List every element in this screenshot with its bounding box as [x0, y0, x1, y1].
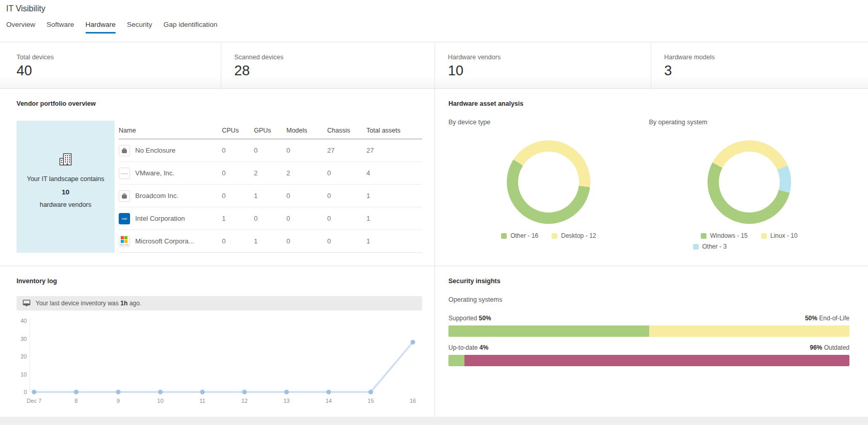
- table-row-broadcom[interactable]: Broadcom Inc. 0 1 0 0 1: [119, 185, 422, 207]
- vmware-logo-icon: vmware: [119, 168, 130, 179]
- generic-vendor-icon: [119, 190, 130, 202]
- cell-models: 0: [286, 192, 327, 200]
- tab-overview[interactable]: Overview: [6, 21, 35, 34]
- cell-chassis: 0: [327, 169, 366, 177]
- os-support-bar-labels: Supported 50% 50% End-of-Life: [448, 315, 849, 322]
- cell-gpus: 2: [254, 169, 286, 177]
- legend-item-windows[interactable]: Windows - 15: [701, 232, 748, 239]
- col-header-chassis: Chassis: [327, 127, 366, 134]
- vendor-name: VMware, Inc.: [135, 169, 174, 177]
- tab-gap-identification[interactable]: Gap identification: [164, 21, 217, 34]
- legend-item-other[interactable]: Other - 16: [501, 232, 538, 239]
- stat-value: 10: [448, 63, 651, 79]
- table-row-vmware[interactable]: vmware VMware, Inc. 0 2 2 0 4: [119, 162, 422, 185]
- bar-right-label: Outdated: [824, 344, 849, 351]
- vendor-name: No Enclosure: [135, 146, 175, 154]
- stat-label: Hardware vendors: [448, 54, 651, 61]
- legend-swatch: [693, 244, 699, 250]
- cell-models: 0: [286, 237, 327, 245]
- security-insights-panel: Security insights Operating systems Supp…: [435, 266, 868, 366]
- os-currency-stacked-bar: [448, 355, 849, 366]
- bar-left-value: 50%: [479, 315, 491, 322]
- cell-total-assets: 1: [366, 237, 422, 245]
- table-row-intel[interactable]: intel Intel Corporation 1 0 0 0 1: [119, 207, 422, 230]
- panel-title: Hardware asset analysis: [448, 100, 849, 107]
- legend-item-desktop[interactable]: Desktop - 12: [552, 232, 596, 239]
- svg-text:0: 0: [24, 389, 27, 395]
- building-icon: [57, 151, 74, 167]
- col-header-models: Models: [286, 127, 327, 134]
- svg-text:Dec 7: Dec 7: [27, 398, 42, 404]
- tab-security[interactable]: Security: [127, 21, 152, 34]
- svg-text:20: 20: [21, 353, 27, 359]
- legend-swatch: [761, 233, 767, 239]
- stat-label: Total devices: [17, 54, 221, 61]
- svg-text:16: 16: [410, 398, 416, 404]
- chart-subtitle: By device type: [448, 119, 649, 126]
- stat-card-hardware-vendors: Hardware vendors 10: [435, 42, 651, 88]
- cell-models: 0: [286, 146, 327, 154]
- legend-item-linux[interactable]: Linux - 10: [761, 232, 798, 239]
- bar-left-label: Supported: [448, 315, 477, 322]
- stats-row: Total devices 40 Scanned devices 28 Hard…: [0, 42, 868, 89]
- cell-cpus: 0: [222, 237, 254, 245]
- stat-card-hardware-models: Hardware models 3: [651, 42, 868, 88]
- vendor-table-header: Name CPUs GPUs Models Chassis Total asse…: [119, 121, 422, 139]
- cell-total-assets: 4: [366, 169, 422, 177]
- cell-cpus: 0: [222, 192, 254, 200]
- device-type-chart: By device type Other - 16 Desktop: [448, 119, 649, 250]
- svg-text:15: 15: [367, 398, 374, 404]
- svg-text:40: 40: [21, 318, 27, 324]
- panel-title: Inventory log: [17, 277, 422, 285]
- stat-card-total-devices: Total devices 40: [0, 42, 221, 88]
- legend-item-other-os[interactable]: Other - 3: [693, 243, 727, 250]
- inventory-log-panel: Inventory log Your last device inventory…: [0, 266, 435, 418]
- cell-total-assets: 1: [366, 192, 422, 200]
- table-row-no-enclosure[interactable]: No Enclosure 0 0 0 27 27: [119, 139, 422, 162]
- inventory-note-text: Your last device inventory was: [36, 300, 119, 307]
- vendor-name: Broadcom Inc.: [135, 192, 179, 200]
- cell-chassis: 27: [327, 146, 366, 154]
- legend-swatch: [552, 233, 557, 239]
- inventory-line-chart: 010203040Dec 78910111213141516: [17, 314, 422, 418]
- bar-right-value: 50%: [805, 315, 817, 322]
- bar-left-value: 4%: [479, 344, 488, 351]
- legend-label: Windows - 15: [710, 232, 748, 239]
- vendor-table: Name CPUs GPUs Models Chassis Total asse…: [119, 121, 422, 253]
- tab-software[interactable]: Software: [46, 21, 74, 34]
- cell-total-assets: 1: [366, 215, 422, 222]
- svg-text:8: 8: [74, 398, 77, 404]
- legend-swatch: [701, 233, 706, 239]
- table-row-microsoft[interactable]: Microsoft Microsoft Corpora... 0 1 0 0 1: [119, 230, 422, 253]
- svg-text:10: 10: [21, 371, 27, 378]
- cell-cpus: 0: [222, 146, 254, 154]
- inventory-note-time: 1h: [120, 300, 127, 307]
- cell-models: 0: [286, 215, 327, 222]
- legend-label: Other - 3: [702, 243, 727, 250]
- svg-text:9: 9: [117, 398, 120, 404]
- operating-system-chart: By operating system Windows - 15 L: [649, 119, 850, 250]
- svg-text:14: 14: [326, 398, 332, 404]
- legend-swatch: [501, 233, 507, 239]
- monitor-icon: [23, 300, 30, 307]
- chart-subtitle: By operating system: [649, 119, 850, 126]
- legend-label: Desktop - 12: [561, 232, 596, 239]
- tab-bar: Overview Software Hardware Security Gap …: [6, 21, 862, 34]
- stat-card-scanned-devices: Scanned devices 28: [221, 42, 435, 88]
- tab-hardware[interactable]: Hardware: [86, 21, 116, 34]
- col-header-total-assets: Total assets: [366, 127, 422, 134]
- page-title: IT Visibility: [6, 3, 862, 21]
- svg-text:10: 10: [157, 398, 164, 404]
- col-header-gpus: GPUs: [254, 127, 286, 134]
- operating-system-donut-chart: [708, 140, 791, 224]
- bar-right-value: 96%: [810, 344, 822, 351]
- os-currency-bar-labels: Up-to-date 4% 96% Outdated: [448, 344, 849, 351]
- vendor-portfolio-panel: Vendor portfolio overview: [0, 89, 435, 266]
- os-support-stacked-bar: [448, 325, 849, 337]
- legend-label: Linux - 10: [770, 232, 798, 239]
- bar-right-label: End-of-Life: [819, 315, 849, 322]
- device-type-donut-chart: [507, 140, 590, 224]
- col-header-cpus: CPUs: [222, 127, 254, 134]
- vendor-summary-card: Your IT landscape contains 10 hardware v…: [17, 121, 115, 253]
- svg-text:13: 13: [283, 398, 290, 404]
